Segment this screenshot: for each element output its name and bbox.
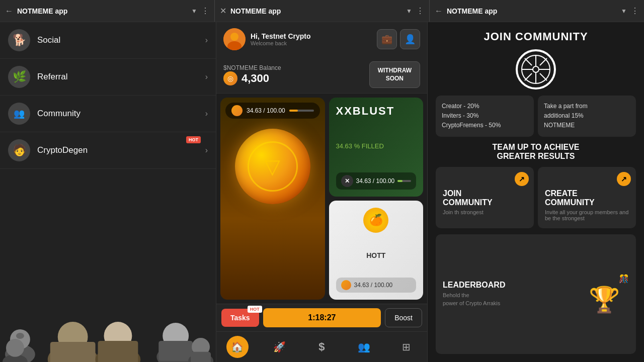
xxblust-subtitle: 34.63 % FILLED <box>336 142 417 150</box>
social-chevron: › <box>205 36 208 45</box>
create-arrow-icon: ↗ <box>617 172 631 186</box>
avatar <box>223 28 246 50</box>
top-bar-section-3: ← NOTMEME app ▼ ⋮ <box>430 0 644 22</box>
hott-card: 🍊 HOTT 34.63 / 100.00 <box>329 201 424 300</box>
info-additional: additional 15% <box>544 111 630 121</box>
action-cards: ↗ JOINCOMMUNITY Join th strongest ↗ CREA… <box>436 167 636 228</box>
leaderboard-card[interactable]: LEADERBOARD Behold thepower of Crypto Ar… <box>436 234 636 354</box>
xxblust-progress: ✕ 34.63 / 100.00 <box>336 172 417 190</box>
coin-inner: ▽ <box>248 141 298 192</box>
menu-dots-2[interactable]: ⋮ <box>416 6 424 16</box>
svg-line-27 <box>540 73 547 80</box>
bottom-nav: 🏠 🚀 $ 👥 ⊞ <box>216 331 427 362</box>
info-inviters: Inviters - 30% <box>442 111 528 121</box>
app-title-2: NOTMEME app <box>230 7 402 15</box>
join-card-sub: Join th strongest <box>443 209 527 215</box>
mid-panel: Hi, Testnet Crypto Welcome back 💼 👤 $NOT… <box>216 22 428 362</box>
coin-progress-bar <box>289 110 314 112</box>
app-title-1: NOTMEME app <box>17 7 187 15</box>
nav-rocket[interactable]: 🚀 <box>269 336 291 358</box>
character-illustrations <box>0 282 216 362</box>
characters-svg <box>0 282 216 362</box>
coin-progress-pill: 34.63 / 100.00 <box>225 103 320 119</box>
svg-line-26 <box>525 58 532 65</box>
wallet-button[interactable]: 💼 <box>377 29 397 49</box>
nav-grid[interactable]: ⊞ <box>395 336 417 358</box>
dropdown-arrow-3[interactable]: ▼ <box>621 8 627 15</box>
hott-progress-text: 34.63 / 100.00 <box>354 282 393 289</box>
social-label: Social <box>37 35 198 45</box>
cryptodegen-chevron: › <box>205 146 208 155</box>
info-creator: Creator - 20% <box>442 102 528 111</box>
balance-info: $NOTMEME Balance ◎ 4,300 <box>223 64 362 85</box>
user-info: Hi, Testnet Crypto Welcome back <box>251 32 372 46</box>
nav-home[interactable]: 🏠 <box>226 336 249 358</box>
balance-label: $NOTMEME Balance <box>223 64 362 71</box>
info-cryptofremens: CryptoFremens - 50% <box>442 121 528 130</box>
nav-community[interactable]: 👥 <box>353 336 375 358</box>
xxblust-progress-bar <box>397 180 411 182</box>
main-content: 🐕 Social › 🌿 Referral › 👥 Community › 🧑 … <box>0 22 644 362</box>
sidebar-item-referral[interactable]: 🌿 Referral › <box>0 59 216 96</box>
svg-point-21 <box>533 66 539 72</box>
team-title: TEAM UP TO ACHIEVEGREATER RESULTS <box>436 143 636 161</box>
coin-card: 34.63 / 100.00 ▽ <box>220 98 325 300</box>
hott-icon: 🍊 <box>363 208 388 233</box>
svg-rect-5 <box>50 342 96 362</box>
info-take-part: Take a part from <box>544 102 630 111</box>
svg-rect-16 <box>191 352 211 362</box>
leaderboard-text: LEADERBOARD Behold thepower of Crypto Ar… <box>443 281 579 307</box>
confetti-icon: 🎊 <box>619 274 629 284</box>
nav-dollar[interactable]: $ <box>310 336 333 358</box>
left-panel: 🐕 Social › 🌿 Referral › 👥 Community › 🧑 … <box>0 22 216 362</box>
user-sub: Welcome back <box>251 40 372 46</box>
top-bar-section-2: ✕ NOTMEME app ▼ ⋮ <box>215 0 430 22</box>
back-icon-2[interactable]: ← <box>435 7 443 16</box>
right-panel: JOIN COMMUNITY C <box>428 22 644 362</box>
user-greeting: Hi, Testnet Crypto <box>251 32 372 40</box>
back-icon-1[interactable]: ← <box>5 7 13 16</box>
info-card-left: Creator - 20% Inviters - 30% CryptoFreme… <box>436 96 534 137</box>
menu-dots-3[interactable]: ⋮ <box>631 6 639 16</box>
boost-button[interactable]: Boost <box>385 308 422 327</box>
xxblust-progress-fill <box>397 180 402 182</box>
community-chevron: › <box>205 109 208 118</box>
trophy-icon: 🏆 <box>589 285 620 314</box>
withdraw-button[interactable]: WITHDRAW SOON <box>369 61 420 88</box>
profile-button[interactable]: 👤 <box>400 29 420 49</box>
cards-area: 34.63 / 100.00 ▽ XXBLUST 34.63 % FILLED <box>216 94 427 304</box>
sidebar-item-community[interactable]: 👥 Community › <box>0 96 216 132</box>
coin-progress-text: 34.63 / 100.00 <box>247 107 285 114</box>
svg-rect-11 <box>158 341 193 361</box>
menu-dots-1[interactable]: ⋮ <box>201 6 209 16</box>
coin-symbol: ▽ <box>265 155 280 178</box>
notmeme-coin-icon: ◎ <box>223 71 237 85</box>
tasks-button[interactable]: Tasks HOT <box>221 309 259 327</box>
info-notmeme: NOTMEME <box>544 121 630 130</box>
user-header: Hi, Testnet Crypto Welcome back 💼 👤 <box>216 22 427 56</box>
create-community-card[interactable]: ↗ CREATECOMMUNITY Invite all your group … <box>538 167 636 228</box>
join-arrow-icon: ↗ <box>515 172 529 186</box>
join-title: JOIN COMMUNITY <box>436 30 636 43</box>
sidebar-item-cryptodegen[interactable]: 🧑 CryptoDegen HOT › <box>0 132 216 169</box>
join-community-card[interactable]: ↗ JOINCOMMUNITY Join th strongest <box>436 167 534 228</box>
dropdown-arrow-1[interactable]: ▼ <box>191 8 197 15</box>
app-title-3: NOTMEME app <box>447 7 617 15</box>
info-cards: Creator - 20% Inviters - 30% CryptoFreme… <box>436 96 636 137</box>
social-icon: 🐕 <box>8 29 30 51</box>
big-coin[interactable]: ▽ <box>235 129 310 204</box>
sidebar-item-social[interactable]: 🐕 Social › <box>0 22 216 59</box>
balance-value: 4,300 <box>242 72 269 85</box>
balance-row: $NOTMEME Balance ◎ 4,300 WITHDRAW SOON <box>216 56 427 94</box>
close-icon[interactable]: ✕ <box>220 6 226 16</box>
wheel-container <box>436 49 636 89</box>
pill-coin-icon <box>231 105 243 116</box>
dropdown-arrow-2[interactable]: ▼ <box>406 8 412 15</box>
xxblust-card: XXBLUST 34.63 % FILLED ✕ 34.63 / 100.00 <box>329 98 424 197</box>
cryptodegen-icon: 🧑 <box>8 139 30 161</box>
referral-icon: 🌿 <box>8 66 30 88</box>
xxblust-x-icon: ✕ <box>341 175 353 187</box>
create-card-title: CREATECOMMUNITY <box>545 189 629 207</box>
cryptodegen-label: CryptoDegen <box>37 145 198 155</box>
timer-display: 1:18:27 <box>263 308 381 327</box>
